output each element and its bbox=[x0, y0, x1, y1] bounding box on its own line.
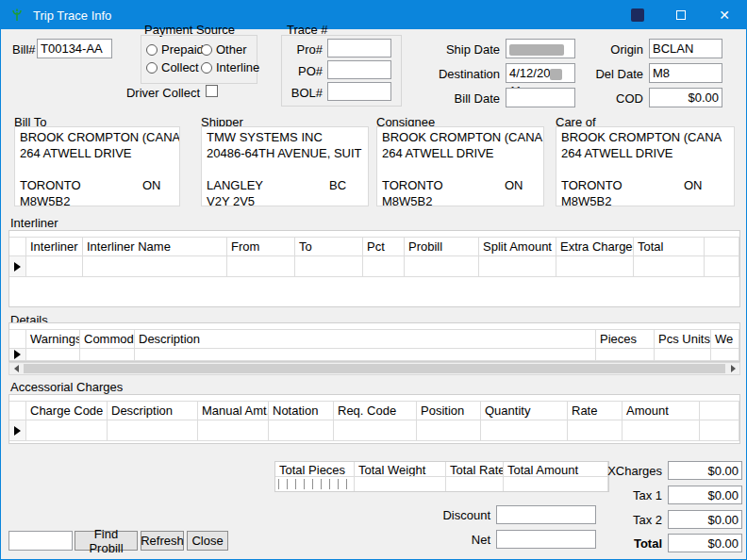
origin-label: Origin bbox=[610, 42, 643, 57]
current-row-marker bbox=[9, 349, 26, 361]
address-city: LANGLEY bbox=[207, 178, 263, 192]
grid-cell[interactable] bbox=[622, 420, 700, 441]
radio-other[interactable]: Other bbox=[201, 42, 247, 57]
net-input[interactable] bbox=[496, 530, 596, 549]
origin-input[interactable] bbox=[649, 39, 722, 58]
grid-cell[interactable] bbox=[655, 349, 711, 361]
consignee-box: BROOK CROMPTON (CANA 264 ATWELL DRIVE TO… bbox=[376, 126, 544, 206]
bill-number-input[interactable] bbox=[37, 39, 112, 58]
ship-date-input[interactable] bbox=[506, 39, 575, 58]
address-blank-line bbox=[561, 161, 729, 177]
grid-cell[interactable] bbox=[80, 349, 135, 361]
bol-number-input[interactable] bbox=[327, 82, 391, 101]
close-button[interactable]: ✕ bbox=[703, 1, 746, 29]
interliner-section-title: Interliner bbox=[10, 216, 58, 230]
radio-interline[interactable]: Interline bbox=[201, 60, 259, 74]
grid-cell[interactable] bbox=[334, 420, 417, 441]
row-marker-header bbox=[9, 329, 26, 349]
find-probill-button[interactable]: Find Probill bbox=[75, 531, 138, 551]
del-date-label: Del Date bbox=[595, 67, 643, 81]
pro-number-input[interactable] bbox=[327, 39, 391, 58]
scrollbar-thumb[interactable] bbox=[24, 364, 725, 373]
tax1-input[interactable] bbox=[668, 486, 742, 504]
grid-cell[interactable] bbox=[135, 349, 596, 361]
total-weight-cell bbox=[355, 477, 446, 491]
accessorial-col-header: Position bbox=[417, 401, 481, 420]
address-line2: 264 ATWELL DRIVE bbox=[561, 145, 729, 161]
xcharges-input[interactable] bbox=[668, 461, 742, 480]
interliner-col-header: Probill bbox=[405, 237, 479, 256]
row-filler bbox=[705, 256, 739, 277]
grid-cell[interactable] bbox=[596, 349, 655, 361]
address-blank-line bbox=[382, 161, 539, 177]
close-icon: ✕ bbox=[719, 8, 730, 22]
accessorial-grid: Charge Code Description Manual Amt. Nota… bbox=[8, 394, 740, 444]
address-line1: BROOK CROMPTON (CANA bbox=[382, 129, 539, 145]
grid-cell[interactable] bbox=[556, 256, 634, 277]
destination-input[interactable]: 4/12/2011 bbox=[506, 63, 575, 83]
radio-icon bbox=[146, 44, 158, 56]
scroll-right-button[interactable] bbox=[726, 363, 739, 374]
xcharges-label: XCharges bbox=[607, 464, 662, 478]
address-city: TORONTO bbox=[561, 178, 622, 192]
grid-cell[interactable] bbox=[227, 256, 295, 277]
cod-label: COD bbox=[616, 91, 643, 106]
row-filler bbox=[700, 420, 739, 441]
grid-cell[interactable] bbox=[568, 420, 622, 441]
probill-search-input[interactable] bbox=[8, 531, 73, 551]
refresh-button[interactable]: Refresh bbox=[141, 531, 184, 551]
grid-cell[interactable] bbox=[405, 256, 479, 277]
ship-date-label: Ship Date bbox=[446, 42, 500, 57]
title-bar[interactable]: Trip Trace Info ✕ bbox=[1, 1, 746, 29]
radio-prepaid[interactable]: Prepaid bbox=[146, 42, 204, 57]
discount-input[interactable] bbox=[496, 505, 596, 524]
radio-collect-label: Collect bbox=[161, 60, 199, 74]
cod-input[interactable] bbox=[649, 88, 722, 107]
bill-to-box: BROOK CROMPTON (CANA 264 ATWELL DRIVE TO… bbox=[14, 126, 180, 206]
close-dialog-button[interactable]: Close bbox=[187, 531, 228, 551]
grid-cell[interactable] bbox=[26, 420, 108, 441]
grid-cell[interactable] bbox=[269, 420, 334, 441]
details-col-header: Description bbox=[135, 329, 596, 349]
window-title: Trip Trace Info bbox=[33, 8, 111, 23]
radio-collect[interactable]: Collect bbox=[146, 60, 199, 74]
address-city-row: TORONTOON bbox=[561, 177, 729, 193]
minimize-button[interactable] bbox=[616, 1, 659, 29]
interliner-col-header: Split Amount bbox=[479, 237, 556, 256]
redacted-value bbox=[509, 44, 564, 56]
row-marker-icon bbox=[14, 426, 21, 436]
details-horizontal-scrollbar[interactable] bbox=[8, 362, 740, 375]
grid-cell[interactable] bbox=[26, 349, 80, 361]
address-city-row: LANGLEYBC bbox=[207, 177, 363, 193]
radio-icon bbox=[146, 62, 158, 74]
grid-cell[interactable] bbox=[198, 420, 269, 441]
total-pieces-cell bbox=[275, 477, 355, 491]
trip-trace-info-window: Trip Trace Info ✕ Bill# Payment Source P… bbox=[0, 0, 747, 560]
total-input[interactable] bbox=[668, 534, 742, 552]
grid-cell[interactable] bbox=[481, 420, 568, 441]
grid-cell[interactable] bbox=[83, 256, 227, 277]
row-filler bbox=[711, 349, 739, 361]
grid-cell[interactable] bbox=[26, 256, 83, 277]
driver-collect-label: Driver Collect bbox=[126, 86, 200, 100]
grid-cell[interactable] bbox=[479, 256, 556, 277]
driver-collect-checkbox[interactable] bbox=[206, 85, 218, 97]
del-date-input[interactable] bbox=[649, 63, 722, 83]
address-province: ON bbox=[142, 177, 161, 193]
accessorial-col-header: Description bbox=[108, 401, 198, 420]
po-number-input[interactable] bbox=[327, 60, 391, 79]
current-row-marker bbox=[9, 256, 26, 277]
bill-date-input[interactable] bbox=[506, 88, 575, 107]
header-filler bbox=[700, 401, 739, 420]
address-city-row: TORONTOON bbox=[382, 177, 539, 193]
grid-cell[interactable] bbox=[108, 420, 198, 441]
grid-cell[interactable] bbox=[417, 420, 481, 441]
address-line1: BROOK CROMPTON (CANA bbox=[561, 129, 729, 145]
details-col-header: Pcs Units bbox=[655, 329, 711, 349]
scroll-left-button[interactable] bbox=[9, 363, 23, 374]
grid-cell[interactable] bbox=[363, 256, 405, 277]
grid-cell[interactable] bbox=[295, 256, 363, 277]
maximize-button[interactable] bbox=[659, 1, 703, 29]
tax2-input[interactable] bbox=[668, 510, 742, 529]
grid-cell[interactable] bbox=[634, 256, 705, 277]
